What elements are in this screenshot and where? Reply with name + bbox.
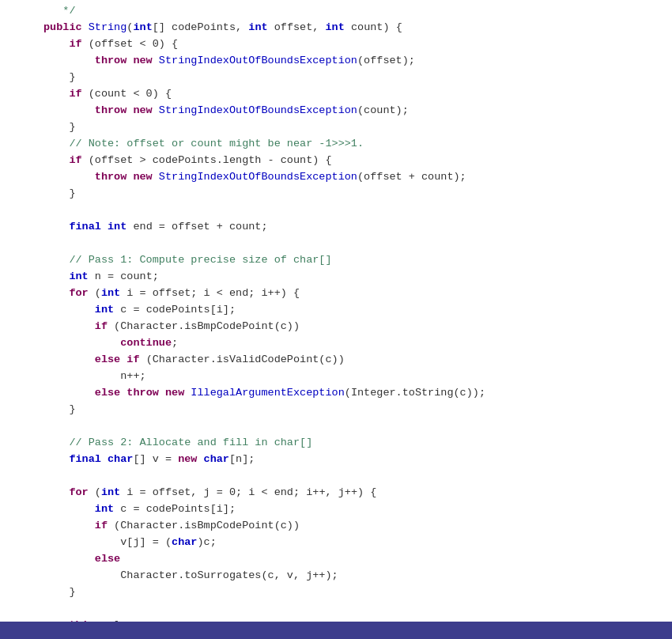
code-line: int c = codePoints[i]; bbox=[0, 302, 672, 319]
code-line: n++; bbox=[0, 369, 672, 385]
line-content: } bbox=[36, 186, 666, 202]
token: c = codePoints[i]; bbox=[114, 304, 236, 316]
token: public bbox=[43, 21, 89, 33]
token: ( bbox=[89, 287, 101, 299]
code-line bbox=[0, 418, 672, 435]
line-content: } bbox=[36, 119, 666, 136]
token: StringIndexOutOfBoundsException bbox=[159, 104, 357, 116]
token: int bbox=[326, 21, 345, 33]
code-line: } bbox=[0, 186, 672, 202]
token: int bbox=[248, 21, 267, 33]
token: // Note: offset or count might be near -… bbox=[69, 138, 364, 149]
code-line: final char[] v = new char[n]; bbox=[0, 452, 672, 468]
token: int bbox=[101, 287, 120, 299]
token: if bbox=[69, 88, 81, 100]
token: // Pass 1: Compute precise size of char[… bbox=[69, 254, 331, 266]
token: (Integer.toString(c)); bbox=[345, 387, 485, 399]
token: new bbox=[178, 453, 203, 465]
code-line: */ bbox=[0, 3, 672, 20]
token: [] v = bbox=[133, 453, 178, 465]
token: String bbox=[89, 21, 127, 33]
code-line: Character.toSurrogates(c, v, j++); bbox=[0, 568, 672, 584]
code-line: } bbox=[0, 70, 672, 86]
code-line: if (offset > codePoints.length - count) … bbox=[0, 153, 672, 169]
token: ; bbox=[172, 337, 178, 349]
line-content: if (Character.isBmpCodePoint(c)) bbox=[36, 319, 666, 335]
code-line: final int end = offset + count; bbox=[0, 219, 672, 236]
code-line: for (int i = offset; i < end; i++) { bbox=[0, 285, 672, 302]
code-line: if (Character.isBmpCodePoint(c)) bbox=[0, 518, 672, 535]
line-content: else if (Character.isValidCodePoint(c)) bbox=[36, 352, 666, 369]
token: throw bbox=[95, 171, 134, 183]
token: end = offset + count; bbox=[126, 221, 267, 233]
code-line: if (Character.isBmpCodePoint(c)) bbox=[0, 319, 672, 335]
token: // Pass 2: Allocate and fill in char[] bbox=[69, 437, 312, 448]
code-line: // Note: offset or count might be near -… bbox=[0, 136, 672, 153]
code-line: else if (Character.isValidCodePoint(c)) bbox=[0, 352, 672, 369]
token: } bbox=[69, 403, 75, 415]
token: throw bbox=[95, 55, 134, 66]
code-line: for (int i = offset, j = 0; i < end; i++… bbox=[0, 485, 672, 501]
token: throw bbox=[95, 104, 134, 116]
line-content: int n = count; bbox=[36, 269, 666, 285]
line-content: int c = codePoints[i]; bbox=[36, 501, 666, 518]
token: char bbox=[108, 453, 133, 465]
token: int bbox=[101, 486, 120, 498]
token: [] codePoints, bbox=[153, 21, 249, 33]
token: throw bbox=[126, 387, 165, 399]
token: IllegalArgumentException bbox=[191, 387, 344, 399]
token: int bbox=[133, 21, 152, 33]
token: int bbox=[69, 270, 88, 282]
code-line: if (offset < 0) { bbox=[0, 36, 672, 53]
status-bar bbox=[0, 622, 672, 639]
code-line bbox=[0, 202, 672, 219]
line-content: for (int i = offset; i < end; i++) { bbox=[36, 285, 666, 302]
line-content: Character.toSurrogates(c, v, j++); bbox=[36, 568, 666, 584]
token: char bbox=[172, 536, 197, 548]
token: (Character.isValidCodePoint(c)) bbox=[140, 354, 345, 365]
token: n = count; bbox=[89, 270, 159, 282]
code-editor: */public String(int[] codePoints, int of… bbox=[0, 0, 672, 639]
token: */ bbox=[43, 5, 76, 17]
line-content: if (count < 0) { bbox=[36, 86, 666, 103]
code-line: } bbox=[0, 119, 672, 136]
token: int bbox=[108, 221, 126, 233]
code-line: throw new StringIndexOutOfBoundsExceptio… bbox=[0, 53, 672, 70]
line-content: final char[] v = new char[n]; bbox=[36, 452, 666, 468]
token: int bbox=[95, 304, 114, 316]
token: } bbox=[69, 121, 75, 133]
line-content: final int end = offset + count; bbox=[36, 219, 666, 236]
token: n++; bbox=[120, 370, 145, 382]
code-line bbox=[0, 236, 672, 252]
line-content: else throw new IllegalArgumentException(… bbox=[36, 385, 666, 402]
line-content: // Pass 2: Allocate and fill in char[] bbox=[36, 435, 666, 452]
line-content: for (int i = offset, j = 0; i < end; i++… bbox=[36, 485, 666, 501]
line-content: } bbox=[36, 402, 666, 418]
token: offset, bbox=[268, 21, 326, 33]
token: if bbox=[126, 354, 139, 365]
line-content: if (offset < 0) { bbox=[36, 36, 666, 53]
token: v[j] = ( bbox=[120, 536, 172, 548]
token: } bbox=[69, 187, 75, 199]
token: else bbox=[95, 387, 127, 399]
token: (offset); bbox=[357, 55, 415, 66]
token: final bbox=[69, 453, 108, 465]
code-line: } bbox=[0, 584, 672, 601]
code-line: else bbox=[0, 551, 672, 568]
code-line bbox=[0, 468, 672, 485]
code-line: v[j] = (char)c; bbox=[0, 535, 672, 551]
token: new bbox=[133, 55, 158, 66]
token: } bbox=[69, 586, 75, 598]
code-line: // Pass 2: Allocate and fill in char[] bbox=[0, 435, 672, 452]
token: if bbox=[95, 320, 108, 332]
code-line bbox=[0, 601, 672, 618]
token: if bbox=[69, 154, 81, 166]
line-content: v[j] = (char)c; bbox=[36, 535, 666, 551]
token: new bbox=[133, 171, 158, 183]
token: )c; bbox=[197, 536, 216, 548]
token: if bbox=[69, 38, 81, 50]
token: (Character.isBmpCodePoint(c)) bbox=[108, 320, 300, 332]
token: (offset > codePoints.length - count) { bbox=[82, 154, 332, 166]
token: (offset + count); bbox=[357, 171, 466, 183]
line-content: throw new StringIndexOutOfBoundsExceptio… bbox=[36, 103, 666, 119]
